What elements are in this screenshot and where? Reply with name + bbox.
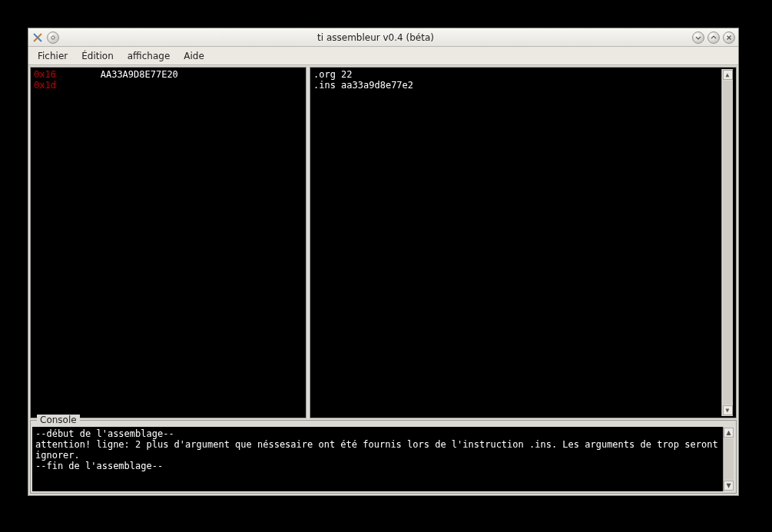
hex-bytes	[56, 80, 101, 91]
console-label: Console	[37, 415, 80, 425]
console-line: attention! ligne: 2 plus d'argument que …	[35, 439, 720, 461]
console-line: --début de l'assemblage--	[35, 428, 720, 439]
hex-row: 0x1d	[34, 80, 303, 91]
main-window: ti assembleur v0.4 (béta) Fichier Éditio…	[28, 28, 739, 496]
console-output[interactable]: --début de l'assemblage--attention! lign…	[32, 427, 723, 491]
source-line: .ins aa33a9d8e77e2	[313, 80, 721, 91]
hex-pane[interactable]: 0x16 AA33A9D8E77E200x1d	[30, 67, 306, 418]
hex-address: 0x1d	[34, 80, 56, 91]
console-line: --fin de l'assemblage--	[35, 461, 720, 471]
editor-panes: 0x16 AA33A9D8E77E200x1d .org 22.ins aa33…	[30, 67, 737, 418]
source-pane-wrap: .org 22.ins aa33a9d8e77e2 ▲ ▼	[310, 67, 737, 418]
svg-point-2	[51, 35, 55, 38]
hex-bytes: AA33A9D8E77E20	[56, 69, 178, 80]
window-title: ti assembleur v0.4 (béta)	[62, 32, 689, 43]
window-controls	[692, 31, 735, 44]
console-scroll-track[interactable]	[724, 438, 734, 480]
content-area: 0x16 AA33A9D8E77E200x1d .org 22.ins aa33…	[28, 65, 738, 495]
source-line: .org 22	[313, 69, 721, 80]
source-pane[interactable]: .org 22.ins aa33a9d8e77e2	[313, 69, 721, 416]
console-scroll-down-icon[interactable]: ▼	[724, 481, 734, 491]
menu-edit[interactable]: Édition	[75, 48, 120, 64]
hex-row: 0x16 AA33A9D8E77E20	[34, 69, 303, 80]
console-frame: Console --début de l'assemblage--attenti…	[30, 420, 737, 494]
source-scrollbar[interactable]: ▲ ▼	[721, 69, 733, 416]
console-scrollbar[interactable]: ▲ ▼	[723, 427, 734, 491]
scroll-down-icon[interactable]: ▼	[723, 405, 733, 415]
close-button[interactable]	[723, 31, 735, 44]
menubar: Fichier Édition affichage Aide	[28, 47, 738, 65]
titlebar[interactable]: ti assembleur v0.4 (béta)	[28, 28, 738, 47]
rollup-button[interactable]	[47, 31, 59, 44]
scroll-up-icon[interactable]: ▲	[723, 70, 733, 80]
app-icon	[31, 31, 44, 44]
scroll-track[interactable]	[723, 81, 733, 405]
window-shadow: ti assembleur v0.4 (béta) Fichier Éditio…	[28, 28, 739, 496]
hex-address: 0x16	[34, 69, 56, 80]
maximize-button[interactable]	[707, 31, 720, 44]
menu-help[interactable]: Aide	[177, 48, 210, 64]
menu-file[interactable]: Fichier	[31, 48, 74, 64]
console-scroll-up-icon[interactable]: ▲	[724, 428, 734, 438]
minimize-button[interactable]	[692, 31, 704, 44]
menu-view[interactable]: affichage	[121, 48, 177, 64]
